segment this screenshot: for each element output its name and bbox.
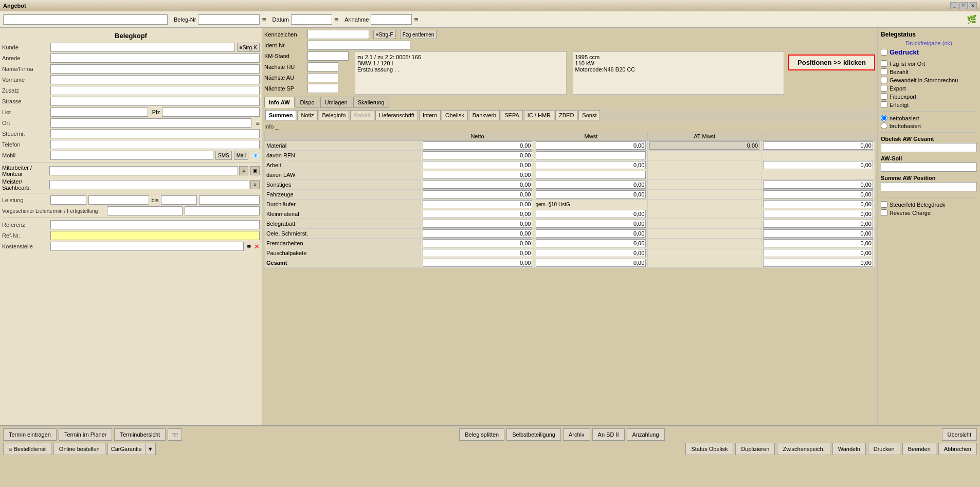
summen-row-netto-0[interactable] (421, 141, 534, 151)
summen-row-netto-9[interactable] (421, 229, 534, 239)
summen-row-mwst-8[interactable] (534, 219, 648, 229)
summen-row-at-6[interactable] (648, 200, 761, 209)
zwischenspeich-btn[interactable]: Zwischenspeich. (777, 443, 830, 455)
leistung-to-time[interactable] (199, 195, 260, 205)
beleg-nr-input[interactable] (198, 14, 260, 25)
annahme-input[interactable]: 08.08.2019 (371, 14, 412, 25)
summen-row-netto-11[interactable] (421, 248, 534, 258)
termin-planer-btn[interactable]: Termin im Planer (59, 428, 113, 441)
duplizieren-btn[interactable]: Duplizieren (735, 443, 775, 455)
fingerprint-btn[interactable]: ☜ (168, 428, 182, 441)
summen-row-netto-4[interactable] (421, 180, 534, 190)
telefon-input[interactable] (50, 140, 260, 149)
brutto-radio[interactable] (881, 122, 887, 129)
selbstbeteiligung-btn[interactable]: Selbstbeteiligung (506, 428, 561, 441)
steuerfeld-checkbox[interactable] (881, 201, 887, 208)
summen-row-netto-7[interactable] (421, 209, 534, 219)
bezahlt-checkbox[interactable] (881, 68, 887, 75)
an-sd-ii-btn[interactable]: An SD II (592, 428, 625, 441)
netto-radio[interactable] (881, 115, 887, 121)
uebersicht-btn[interactable]: Übersicht (942, 428, 977, 441)
status-obelisk-btn[interactable]: Status Obelisk (685, 443, 733, 455)
summen-row-netto-3[interactable] (421, 170, 534, 180)
minimize-btn[interactable]: _ (950, 2, 958, 9)
gedruckt-checkbox[interactable] (881, 49, 887, 56)
leistung-from-time[interactable] (88, 195, 149, 205)
summen-row-mwst-9[interactable] (534, 229, 648, 239)
wandeln-btn[interactable]: Wandeln (832, 443, 866, 455)
vorgesehen-input[interactable]: . . (107, 206, 183, 215)
summen-row-at-10[interactable] (648, 239, 761, 248)
subtab-obelisk[interactable]: Obelisk (442, 110, 468, 120)
referenz-input[interactable] (50, 220, 260, 229)
sp-input[interactable]: / (307, 84, 338, 93)
subtab-sepa[interactable]: SEPA (501, 110, 523, 120)
bestelldienst-btn[interactable]: ≡ Bestelldienst (3, 443, 51, 455)
mitarbeiter-icon[interactable]: ≡ (239, 166, 248, 175)
subtab-summen[interactable]: Summen (265, 110, 296, 120)
export-checkbox[interactable] (881, 85, 887, 92)
summen-row-col5-10[interactable] (761, 239, 875, 248)
terminuebersicht-btn[interactable]: Terminübersicht (114, 428, 166, 441)
beenden-btn[interactable]: Beenden (902, 443, 936, 455)
strg-k-btn[interactable]: ≡Strg-K (237, 43, 260, 52)
kostenstelle-icon[interactable]: ≡ (247, 243, 251, 250)
tab-info-aw[interactable]: Info AW (264, 97, 295, 108)
kennzeichen-input[interactable]: DD-AB1314 (307, 30, 369, 39)
summen-row-mwst-11[interactable] (534, 248, 648, 258)
kunde-input[interactable]: 10117 (50, 43, 235, 52)
strasse-input[interactable]: Grenzweg 13 (50, 97, 260, 106)
mitarbeiter-input[interactable]: , KASSE01 (49, 166, 238, 175)
summen-row-col5-2[interactable] (761, 160, 875, 170)
positions-btn[interactable]: Positionen >> klicken (788, 55, 875, 70)
summen-row-mwst-7[interactable] (534, 209, 648, 219)
summen-row-col5-12[interactable] (761, 258, 875, 268)
vorgesehen-time[interactable] (185, 206, 260, 215)
fzg-vor-ort-checkbox[interactable] (881, 60, 887, 67)
subtab-lieferanschrift[interactable]: Lieferanschrift (375, 110, 418, 120)
hu-input[interactable]: 02/19 (307, 62, 338, 71)
archiv-btn[interactable]: Archiv (563, 428, 590, 441)
summen-row-col5-5[interactable] (761, 190, 875, 200)
subtab-intern[interactable]: Intern (419, 110, 441, 120)
summen-row-mwst-2[interactable] (534, 160, 648, 170)
annahme-icon[interactable]: ≡ (414, 15, 418, 24)
stornorechnu-checkbox[interactable] (881, 77, 887, 83)
summen-row-col5-4[interactable] (761, 180, 875, 190)
mail-btn[interactable]: Mail (234, 151, 248, 160)
summen-row-col5-3[interactable] (761, 170, 875, 180)
strg-f-btn[interactable]: ≡Strg-F (373, 30, 396, 39)
anzahlung-btn[interactable]: Anzahlung (627, 428, 665, 441)
online-bestellen-btn[interactable]: Online bestellen (53, 443, 105, 455)
maximize-btn[interactable]: □ (959, 2, 968, 9)
au-input[interactable]: / (307, 73, 338, 82)
summen-row-at-12[interactable] (648, 258, 761, 268)
summen-row-mwst-10[interactable] (534, 239, 648, 248)
customer-header-input[interactable]: Breitenbacher, Anja DD-AB1314, 123456789… (3, 14, 168, 25)
summen-row-at-0[interactable] (648, 141, 761, 151)
summen-row-at-9[interactable] (648, 229, 761, 239)
cargarantie-btn[interactable]: CarGarantie (107, 443, 146, 455)
summen-row-netto-2[interactable] (421, 160, 534, 170)
name-input[interactable]: Breitenbacher (50, 64, 260, 74)
ort-icon[interactable]: ≡ (256, 119, 260, 127)
cargarantie-arrow[interactable]: ▼ (146, 443, 156, 455)
summe-aw-input[interactable] (881, 182, 977, 191)
reverse-charge-checkbox[interactable] (881, 209, 887, 216)
meister-input[interactable] (49, 180, 249, 189)
summen-row-netto-12[interactable] (421, 258, 534, 268)
summen-row-mwst-12[interactable] (534, 258, 648, 268)
leistung-from-input[interactable]: 08.08.2019 (50, 195, 86, 205)
summen-row-col5-6[interactable] (761, 200, 875, 209)
summen-row-at-1[interactable] (648, 151, 761, 160)
summen-row-netto-10[interactable] (421, 239, 534, 248)
header-right-icon[interactable]: 🌿 (967, 14, 977, 24)
datum-input[interactable]: 08.08.2019 (291, 14, 332, 25)
sms-btn[interactable]: SMS (215, 151, 232, 160)
ident-input[interactable]: 12345678912345645 (307, 41, 410, 50)
drucken-btn[interactable]: Drucken (868, 443, 900, 455)
mobil-input[interactable] (50, 151, 213, 160)
tab-dispo[interactable]: Dispo (296, 97, 319, 108)
summen-row-col5-1[interactable] (761, 151, 875, 160)
summen-row-mwst-3[interactable] (534, 170, 648, 180)
